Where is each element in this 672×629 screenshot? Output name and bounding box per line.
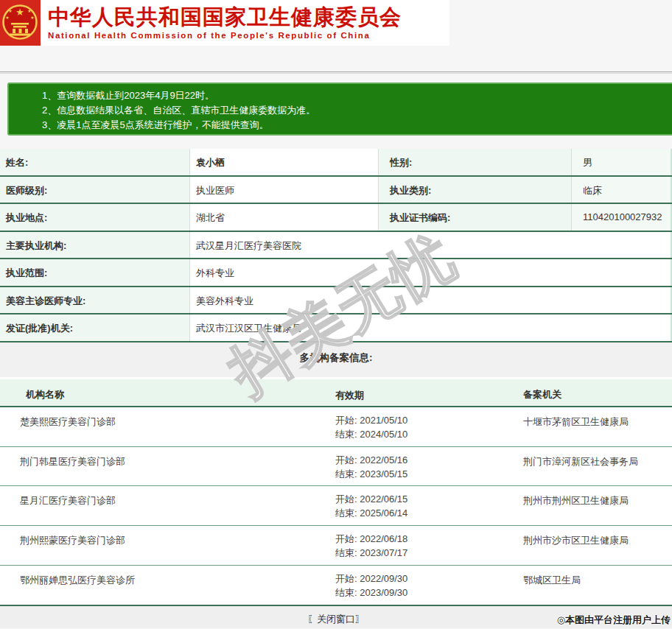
category-label: 执业类别: [378,177,571,203]
validity-period: 开始: 2021/05/10 结束: 2024/05/10 [317,407,497,446]
svg-text:★: ★ [30,15,34,20]
institution-name: 楚美熙医疗美容门诊部 [0,407,317,446]
table-row: 发证(批准)机关: 武汉市江汉区卫生健康局 [0,314,672,342]
gender-value: 男 [571,149,672,175]
table-row: 姓名: 袁小栖 性别: 男 [0,149,672,177]
site-title-en: National Health Commission of the People… [48,31,402,40]
validity-period: 开始: 2022/06/18 结束: 2023/07/17 [317,526,497,565]
gender-label: 性别: [378,149,571,175]
filing-authority: 荆州市沙市区卫生健康局 [497,526,672,565]
table-row: 美容主诊医师专业: 美容外科专业 [0,287,672,315]
institution-table-body: 楚美熙医疗美容门诊部 开始: 2021/05/10 结束: 2024/05/10… [0,407,672,605]
name-value: 袁小栖 [189,149,378,175]
org-value: 武汉星月汇医疗美容医院 [189,232,672,259]
validity-period: 开始: 2022/05/16 结束: 2023/05/15 [317,447,497,486]
svg-text:★: ★ [8,9,12,13]
validity-start: 开始: 2022/06/18 [335,532,497,546]
filing-authority: 荆门市漳河新区社会事务局 [497,447,672,486]
header-gap [0,46,672,71]
validity-start: 开始: 2022/09/30 [335,572,497,586]
validity-period: 开始: 2022/06/15 结束: 2025/06/14 [317,486,497,525]
table-row: 荆门韩星医疗美容门诊部 开始: 2022/05/16 结束: 2023/05/1… [0,447,672,487]
svg-text:★: ★ [27,9,31,13]
query-notice-box: 1、查询数据截止到2023年4月9日22时。 2、信息数据结果以各省、自治区、直… [7,82,672,136]
validity-end: 结束: 2023/05/15 [335,467,497,481]
scope-label: 执业范围: [0,259,189,286]
validity-end: 结束: 2023/07/17 [335,546,497,560]
notice-gap [0,136,672,149]
validity-start: 开始: 2022/05/16 [335,453,497,467]
notice-line-2: 2、信息数据结果以各省、自治区、直辖市卫生健康委数据为准。 [42,103,672,118]
notice-line-3: 3、凌晨1点至凌晨5点系统进行维护，不能提供查询。 [42,118,672,133]
table-row: 执业范围: 外科专业 [0,259,672,287]
location-label: 执业地点: [0,204,189,231]
validity-end: 结束: 2023/09/30 [335,586,497,600]
org-label: 主要执业机构: [0,232,189,259]
table-row: 楚美熙医疗美容门诊部 开始: 2021/05/10 结束: 2024/05/10… [0,407,672,447]
table-row: 执业地点: 湖北省 执业证书编码: 110420100027932 [0,204,672,232]
footer: 〖关闭窗口〗 ◎本图由平台注册用户上传 [0,605,672,628]
column-header-validity: 有效期 [317,379,497,406]
svg-text:★: ★ [5,15,9,20]
issuer-label: 发证(批准)机关: [0,314,189,341]
filing-authority: 荆州市荆州区卫生健康局 [497,486,672,525]
table-row: 医师级别: 执业医师 执业类别: 临床 [0,177,672,205]
scope-value: 外科专业 [189,259,672,286]
name-label: 姓名: [0,149,189,175]
validity-end: 结束: 2024/05/10 [335,427,497,441]
institution-name: 鄂州丽婵思弘医疗美容诊所 [0,566,317,605]
table-row: 星月汇医疗美容门诊部 开始: 2022/06/15 结束: 2025/06/14… [0,486,672,526]
table-row: 荆州熙蒙医疗美容门诊部 开始: 2022/06/18 结束: 2023/07/1… [0,526,672,566]
table-row: 主要执业机构: 武汉星月汇医疗美容医院 [0,232,672,260]
institution-table-header: 机构名称 有效期 备案机关 [0,379,672,407]
svg-text:★: ★ [15,7,24,18]
validity-end: 结束: 2025/06/14 [335,506,497,520]
cosmetic-label: 美容主诊医师专业: [0,287,189,314]
level-label: 医师级别: [0,177,189,203]
multi-org-section-title: 多机构备案信息: [0,342,672,378]
validity-period: 开始: 2022/09/30 结束: 2023/09/30 [317,566,497,605]
filing-authority: 鄂城区卫生局 [497,566,672,605]
cert-value: 110420100027932 [571,204,672,231]
divider-gap [0,74,672,82]
column-header-authority: 备案机关 [497,379,672,406]
level-value: 执业医师 [189,177,378,203]
institution-name: 荆州熙蒙医疗美容门诊部 [0,526,317,565]
cosmetic-value: 美容外科专业 [189,287,672,314]
cert-label: 执业证书编码: [378,204,571,231]
table-row: 鄂州丽婵思弘医疗美容诊所 开始: 2022/09/30 结束: 2023/09/… [0,566,672,605]
location-value: 湖北省 [189,204,378,231]
upload-note: ◎本图由平台注册用户上传 [557,614,671,627]
issuer-value: 武汉市江汉区卫生健康局 [189,314,672,341]
doctor-info-table: 姓名: 袁小栖 性别: 男 医师级别: 执业医师 执业类别: 临床 执业地点: … [0,149,672,342]
china-national-emblem-icon: ★ ★ ★ ★ ★ [0,0,41,46]
header-logo-block: ★ ★ ★ ★ ★ 中华人民共和国国家卫生健康委员会 National Heal… [0,0,449,46]
site-title-cn: 中华人民共和国国家卫生健康委员会 [48,5,402,29]
category-value: 临床 [571,177,672,203]
institution-name: 星月汇医疗美容门诊部 [0,486,317,525]
validity-start: 开始: 2021/05/10 [335,413,497,427]
validity-start: 开始: 2022/06/15 [335,492,497,506]
header: ★ ★ ★ ★ ★ 中华人民共和国国家卫生健康委员会 National Heal… [0,0,672,46]
header-titles: 中华人民共和国国家卫生健康委员会 National Health Commiss… [41,0,402,46]
notice-line-1: 1、查询数据截止到2023年4月9日22时。 [42,88,672,103]
institution-name: 荆门韩星医疗美容门诊部 [0,447,317,486]
filing-authority: 十堰市茅箭区卫生健康局 [497,407,672,446]
column-header-name: 机构名称 [0,379,317,406]
